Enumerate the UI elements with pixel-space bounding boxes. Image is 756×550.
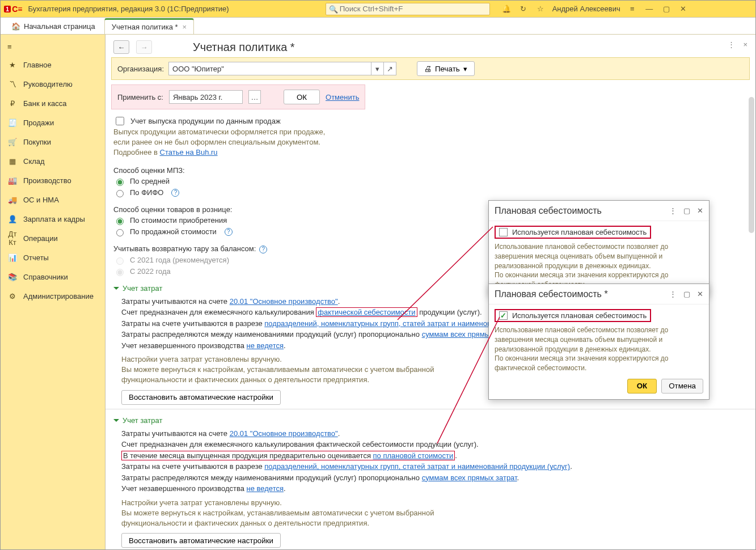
tab-active-label: Учетная политика * (112, 23, 178, 31)
costs-text-2: Затраты учитываются на счете 20.01 "Осно… (113, 428, 747, 548)
popup2-title: Плановая себестоимость * (495, 289, 669, 299)
dimensions-link-1[interactable]: подразделений, номенклатурных групп, ста… (264, 319, 517, 328)
search-icon: 🔍 (329, 5, 338, 14)
kebab-icon[interactable]: ⋮ (728, 40, 735, 49)
org-select[interactable]: ООО "Юпитер" (168, 62, 371, 75)
mpz-fifo[interactable]: По ФИФО? (113, 188, 747, 197)
maximize-icon[interactable]: ▢ (683, 290, 690, 298)
popup-planned-cost-2: Плановая себестоимость * ⋮ ▢ ✕ Используе… (488, 284, 709, 400)
sidebar-icon: 🏭 (7, 176, 18, 185)
sidebar-toggle[interactable]: ≡ (1, 38, 105, 55)
sidebar: ≡ ★Главное〽Руководителю₽Банк и касса🧾Про… (1, 35, 105, 549)
help-icon[interactable]: ? (225, 228, 233, 236)
popup2-checkbox-row[interactable]: Используется плановая себестоимость (495, 309, 651, 322)
date-picker-button[interactable]: … (248, 90, 261, 104)
sidebar-icon: ⚙ (7, 292, 18, 301)
sidebar-item-7[interactable]: 🚚ОС и НМА (1, 190, 105, 209)
maximize-icon[interactable]: ▢ (661, 5, 671, 13)
tab-accounting-policy[interactable]: Учетная политика * × (104, 18, 194, 34)
search-box[interactable]: 🔍 (326, 3, 490, 15)
sidebar-item-0[interactable]: ★Главное (1, 55, 105, 74)
org-open-button[interactable]: ↗ (384, 62, 396, 75)
sidebar-item-1[interactable]: 〽Руководителю (1, 74, 105, 94)
sidebar-label: Отчеты (23, 253, 49, 262)
restore-defaults-button-1[interactable]: Восстановить автоматические настройки (121, 390, 281, 405)
nav-forward-button[interactable]: → (136, 40, 152, 54)
popup1-hint: Использование плановой себестоимости поз… (495, 242, 703, 290)
page-close-icon[interactable]: × (743, 40, 747, 49)
tab-close-icon[interactable]: × (183, 23, 187, 31)
account-link[interactable]: 20.01 "Основное производство" (230, 297, 338, 306)
kebab-icon[interactable]: ⋮ (669, 290, 677, 298)
sidebar-label: Главное (23, 61, 52, 69)
content-area-2: Учет затрат Затраты учитываются на счете… (105, 409, 755, 549)
sidebar-icon: Дт Кт (7, 230, 18, 247)
help-icon[interactable]: ? (171, 189, 179, 197)
popup2-checkbox[interactable] (499, 311, 508, 320)
sidebar-item-4[interactable]: 🛒Покупки (1, 132, 105, 151)
sidebar-item-11[interactable]: 📚Справочники (1, 267, 105, 286)
dimensions-link-2[interactable]: подразделений, номенклатурных групп, ста… (264, 462, 570, 471)
apply-ok-button[interactable]: ОК (284, 90, 320, 104)
wip-link-1[interactable]: не ведется (247, 341, 284, 350)
expander-costs-2[interactable]: Учет затрат (113, 416, 747, 425)
planned-cost-link[interactable]: по плановой стоимости (373, 451, 454, 460)
sidebar-item-3[interactable]: 🧾Продажи (1, 113, 105, 132)
tara-label: Учитывать возвратную тару за балансом: (113, 244, 256, 253)
tab-row: 🏠 Начальная страница Учетная политика * … (1, 18, 755, 35)
sidebar-icon: 📊 (7, 253, 18, 262)
apply-bar: Применить с: Январь 2023 г. … ОК Отменит… (111, 84, 365, 109)
mpz-avg[interactable]: По средней (113, 177, 747, 186)
sidebar-item-6[interactable]: 🏭Производство (1, 171, 105, 190)
org-dropdown-button[interactable]: ▾ (371, 62, 384, 75)
sidebar-label: Руководителю (23, 80, 73, 88)
sidebar-item-2[interactable]: ₽Банк и касса (1, 94, 105, 113)
close-icon[interactable]: ✕ (678, 5, 689, 13)
chk-sales-input[interactable] (116, 117, 124, 125)
search-input[interactable] (326, 3, 490, 15)
sidebar-item-9[interactable]: Дт КтОперации (1, 229, 105, 248)
sidebar-item-12[interactable]: ⚙Администрирование (1, 286, 105, 306)
sidebar-icon: ₽ (7, 99, 18, 108)
buh-article-link[interactable]: Статье на Buh.ru (160, 148, 218, 156)
account-link-2[interactable]: 20.01 "Основное производство" (230, 429, 338, 438)
popup1-checkbox[interactable] (499, 228, 508, 236)
restore-defaults-button-2[interactable]: Восстановить автоматические настройки (121, 533, 281, 548)
sidebar-label: Склад (23, 157, 45, 166)
menu-icon[interactable]: ≡ (627, 5, 637, 13)
apply-cancel-link[interactable]: Отменить (326, 93, 359, 101)
actual-cost-link-1[interactable]: фактической себестоимости (318, 308, 415, 316)
wip-link-2[interactable]: не ведется (247, 484, 284, 493)
page-title: Учетная политика * (193, 41, 295, 54)
kebab-icon[interactable]: ⋮ (669, 206, 677, 215)
user-name[interactable]: Андрей Алексеевич (552, 5, 620, 13)
maximize-icon[interactable]: ▢ (683, 206, 690, 215)
star-icon[interactable]: ☆ (535, 5, 546, 13)
sidebar-icon: ★ (7, 61, 18, 69)
popup1-checkbox-row[interactable]: Используется плановая себестоимость (495, 226, 651, 239)
chk-sales-output[interactable]: Учет выпуска продукции по данным продаж (113, 115, 747, 127)
sidebar-label: Производство (23, 176, 71, 185)
sidebar-item-5[interactable]: ▦Склад (1, 151, 105, 171)
tab-home[interactable]: 🏠 Начальная страница (4, 18, 103, 34)
scrollbar[interactable] (749, 97, 754, 233)
print-button[interactable]: 🖨 Печать ▾ (417, 61, 475, 76)
nav-back-button[interactable]: ← (113, 40, 129, 54)
minimize-icon[interactable]: — (644, 5, 654, 13)
close-icon[interactable]: ✕ (697, 290, 703, 298)
sidebar-item-10[interactable]: 📊Отчеты (1, 248, 105, 267)
close-icon[interactable]: ✕ (697, 206, 703, 215)
sidebar-icon: ▦ (7, 157, 18, 166)
titlebar: С≡ Бухгалтерия предприятия, редакция 3.0… (1, 1, 755, 18)
sidebar-icon: 〽 (7, 80, 18, 88)
popup2-cancel-button[interactable]: Отмена (661, 379, 703, 394)
popup2-ok-button[interactable]: ОК (627, 379, 657, 394)
bell-icon[interactable]: 🔔 (501, 5, 512, 13)
help-icon[interactable]: ? (259, 246, 267, 253)
apply-date-field[interactable]: Январь 2023 г. (169, 90, 243, 104)
history-icon[interactable]: ↻ (518, 5, 529, 13)
sidebar-item-8[interactable]: 👤Зарплата и кадры (1, 209, 105, 229)
app-title: Бухгалтерия предприятия, редакция 3.0 (1… (28, 5, 229, 13)
printer-icon: 🖨 (424, 65, 432, 73)
allocation-link-2[interactable]: суммам всех прямых затрат (422, 473, 517, 482)
